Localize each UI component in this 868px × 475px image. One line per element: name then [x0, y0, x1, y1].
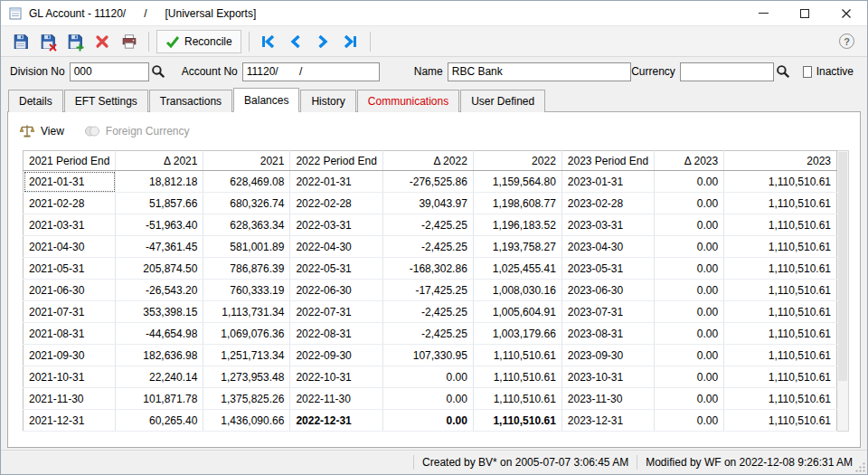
- column-header[interactable]: 2021: [203, 151, 290, 171]
- grid-cell[interactable]: 628,469.08: [203, 171, 290, 193]
- grid-cell[interactable]: 205,874.50: [116, 258, 203, 280]
- name-input[interactable]: [448, 62, 631, 81]
- grid-cell[interactable]: 0.00: [655, 410, 724, 432]
- grid-cell[interactable]: 1,193,758.27: [473, 236, 561, 258]
- tab-balances[interactable]: Balances: [233, 88, 299, 112]
- grid-cell[interactable]: 22,240.14: [116, 366, 203, 388]
- print-button[interactable]: [117, 30, 141, 53]
- grid-cell[interactable]: 0.00: [655, 214, 724, 236]
- grid-cell[interactable]: 1,110,510.61: [473, 388, 561, 410]
- grid-cell[interactable]: 2022-11-30: [290, 388, 382, 410]
- grid-cell[interactable]: 1,110,510.61: [724, 171, 837, 193]
- grid-cell[interactable]: -276,525.86: [382, 171, 473, 193]
- currency-input[interactable]: [680, 62, 774, 81]
- tab-transactions[interactable]: Transactions: [149, 90, 232, 112]
- grid-cell[interactable]: 182,636.98: [116, 345, 203, 366]
- grid-cell[interactable]: -44,654.98: [116, 323, 203, 345]
- grid-cell[interactable]: 1,375,825.26: [203, 388, 290, 410]
- grid-cell[interactable]: 107,330.95: [382, 345, 473, 366]
- grid-cell[interactable]: 2023-04-30: [561, 236, 654, 258]
- grid-cell[interactable]: 2021-04-30: [24, 236, 116, 258]
- grid-cell[interactable]: 2022-10-31: [290, 366, 382, 388]
- grid-cell[interactable]: 786,876.39: [203, 258, 290, 280]
- grid-cell[interactable]: 0.00: [382, 366, 473, 388]
- grid-cell[interactable]: -2,425.25: [382, 214, 473, 236]
- grid-cell[interactable]: 2023-02-28: [561, 193, 654, 214]
- column-header[interactable]: Δ 2022: [382, 151, 473, 171]
- column-header[interactable]: 2021 Period End: [24, 151, 116, 171]
- grid-cell[interactable]: 2021-02-28: [24, 193, 116, 214]
- grid-cell[interactable]: 680,326.74: [203, 193, 290, 214]
- grid-cell[interactable]: 1,436,090.66: [203, 410, 290, 432]
- column-header[interactable]: 2023: [724, 151, 837, 171]
- column-header[interactable]: Δ 2023: [655, 151, 724, 171]
- view-button[interactable]: View: [19, 124, 64, 138]
- last-record-button[interactable]: [338, 30, 363, 53]
- grid-cell[interactable]: 1,110,510.61: [724, 214, 837, 236]
- grid-cell[interactable]: 2021-10-31: [24, 366, 116, 388]
- grid-cell[interactable]: 2021-06-30: [24, 280, 116, 301]
- grid-cell[interactable]: 2023-08-31: [561, 323, 654, 345]
- grid-cell[interactable]: 0.00: [382, 410, 473, 432]
- save-button[interactable]: [8, 30, 33, 53]
- grid-cell[interactable]: 2021-01-31: [24, 171, 116, 193]
- grid-cell[interactable]: -2,425.25: [382, 323, 473, 345]
- grid-cell[interactable]: 1,069,076.36: [203, 323, 290, 345]
- grid-cell[interactable]: 1,008,030.16: [473, 280, 561, 301]
- grid-cell[interactable]: 18,812.18: [116, 171, 203, 193]
- grid-cell[interactable]: 353,398.15: [116, 301, 203, 323]
- grid-cell[interactable]: 1,110,510.61: [724, 236, 837, 258]
- grid-cell[interactable]: 1,110,510.61: [724, 193, 837, 214]
- grid-cell[interactable]: 1,196,183.52: [473, 214, 561, 236]
- grid-cell[interactable]: 1,110,510.61: [724, 345, 837, 366]
- save-close-button[interactable]: [35, 30, 60, 53]
- division-input[interactable]: [70, 62, 149, 81]
- grid-cell[interactable]: 2023-09-30: [561, 345, 654, 366]
- grid-cell[interactable]: 628,363.34: [203, 214, 290, 236]
- inactive-checkbox[interactable]: [803, 66, 812, 78]
- grid-cell[interactable]: 2022-03-31: [290, 214, 382, 236]
- grid-cell[interactable]: 0.00: [655, 171, 724, 193]
- grid-cell[interactable]: 2023-03-31: [561, 214, 654, 236]
- grid-cell[interactable]: 2022-05-31: [290, 258, 382, 280]
- grid-cell[interactable]: -26,543.20: [116, 280, 203, 301]
- help-button[interactable]: ?: [839, 33, 854, 49]
- previous-record-button[interactable]: [284, 30, 308, 53]
- grid-cell[interactable]: 2021-12-31: [24, 410, 116, 432]
- column-header[interactable]: 2022 Period End: [290, 151, 382, 171]
- grid-cell[interactable]: 2022-02-28: [290, 193, 382, 214]
- grid-cell[interactable]: 2023-07-31: [561, 301, 654, 323]
- foreign-currency-button[interactable]: Foreign Currency: [84, 124, 190, 138]
- division-lookup-icon[interactable]: [151, 64, 165, 79]
- grid-cell[interactable]: 1,110,510.61: [724, 323, 837, 345]
- grid-cell[interactable]: 0.00: [655, 323, 724, 345]
- grid-cell[interactable]: 2023-12-31: [561, 410, 654, 432]
- grid-cell[interactable]: 0.00: [655, 388, 724, 410]
- tab-eft-settings[interactable]: EFT Settings: [64, 90, 148, 112]
- grid-cell[interactable]: 0.00: [382, 388, 473, 410]
- grid-cell[interactable]: -47,361.45: [116, 236, 203, 258]
- grid-cell[interactable]: 1,273,953.48: [203, 366, 290, 388]
- grid-cell[interactable]: 0.00: [655, 366, 724, 388]
- grid-cell[interactable]: 581,001.89: [203, 236, 290, 258]
- grid-cell[interactable]: -17,425.25: [382, 280, 473, 301]
- tab-communications[interactable]: Communications: [357, 90, 459, 112]
- grid-cell[interactable]: 2021-07-31: [24, 301, 116, 323]
- grid-cell[interactable]: -51,963.40: [116, 214, 203, 236]
- grid-cell[interactable]: 2021-09-30: [24, 345, 116, 366]
- grid-cell[interactable]: 2022-07-31: [290, 301, 382, 323]
- grid-cell[interactable]: 2023-05-31: [561, 258, 654, 280]
- account-input[interactable]: [242, 62, 380, 81]
- currency-lookup-icon[interactable]: [776, 64, 790, 79]
- grid-cell[interactable]: 2021-03-31: [24, 214, 116, 236]
- grid-cell[interactable]: 2023-06-30: [561, 280, 654, 301]
- grid-cell[interactable]: -2,425.25: [382, 236, 473, 258]
- grid-cell[interactable]: 2023-01-31: [561, 171, 654, 193]
- grid-cell[interactable]: 0.00: [655, 258, 724, 280]
- close-button[interactable]: [826, 1, 867, 25]
- grid-cell[interactable]: 2023-10-31: [561, 366, 654, 388]
- grid-cell[interactable]: 1,198,608.77: [473, 193, 561, 214]
- grid-cell[interactable]: 0.00: [655, 236, 724, 258]
- grid-cell[interactable]: 51,857.66: [116, 193, 203, 214]
- grid-cell[interactable]: 1,110,510.61: [724, 258, 837, 280]
